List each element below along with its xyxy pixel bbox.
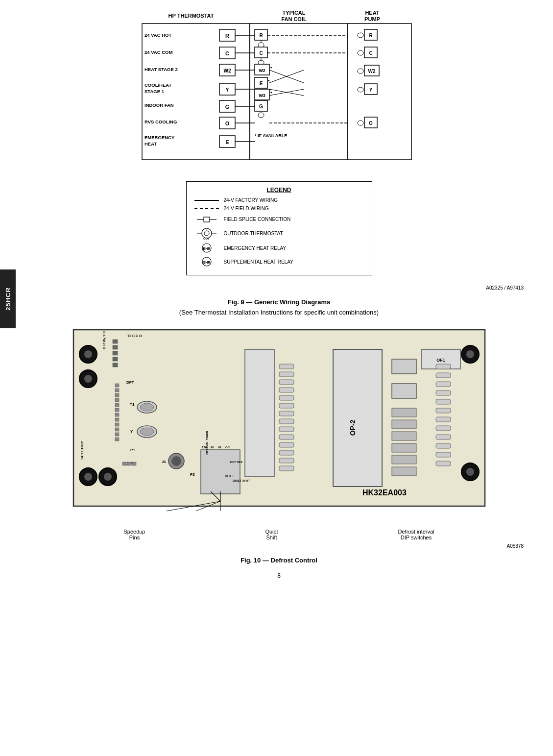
svg-point-67 — [104, 473, 112, 481]
dip-off: Off — [225, 446, 230, 449]
legend-solid-label: 24-V FACTORY WIRING — [224, 197, 278, 203]
legend-dashed-label: 24-V FIELD WIRING — [224, 206, 269, 211]
fig9-caption-sub: (See Thermostat Installation Instruction… — [179, 309, 379, 316]
quiet-shift-label-bottom: Quiet Shift — [265, 529, 278, 540]
svg-rect-2 — [348, 24, 411, 160]
legend-ehr-symbol: EHR — [194, 243, 219, 253]
svg-rect-86 — [115, 438, 119, 441]
legend-dashed-line — [194, 208, 219, 209]
svg-rect-80 — [115, 408, 119, 412]
svg-rect-108 — [436, 364, 451, 369]
defrost-board-svg: O R W₂ Y C T2 C C O DFT T1 Y P1 — [69, 325, 490, 521]
svg-text:ODT: ODT — [203, 237, 210, 240]
reference-text: A02325 / A97413 — [24, 285, 533, 291]
center-w2: W2 — [259, 68, 265, 73]
svg-rect-83 — [115, 423, 119, 426]
center-r: R — [259, 33, 263, 38]
svg-rect-81 — [115, 413, 119, 416]
terminal-r-left: R — [225, 33, 229, 39]
terminal-e-left: E — [225, 139, 229, 145]
svg-rect-49 — [204, 217, 210, 222]
speedup-pins-label: Speedup Pins — [123, 529, 145, 540]
thermostat-svg: ODT — [194, 227, 219, 240]
svg-rect-105 — [279, 450, 294, 455]
svg-rect-77 — [115, 393, 119, 397]
side-tab: 25HCR — [0, 269, 16, 328]
label-cool-heat: COOL/HEAT — [144, 82, 171, 88]
pcb-label-orw2yc: O R W₂ Y C — [102, 331, 106, 349]
model-number: HK32EA003 — [362, 488, 407, 497]
header-hp-thermostat: HP THERMOSTAT — [168, 13, 214, 19]
fig10-caption-bold: Fig. 10 — Defrost Control — [240, 557, 317, 564]
header-pump: PUMP — [364, 16, 380, 22]
svg-rect-69 — [113, 345, 118, 349]
fig10-ref: A05378 — [24, 543, 533, 549]
pcb-t1-label: T1 — [130, 402, 135, 407]
svg-rect-94 — [279, 364, 294, 369]
svg-point-53 — [204, 231, 209, 236]
label-indoor-fan: INDOOR FAN — [144, 102, 174, 108]
legend-thermostat-label: OUTDOOR THERMOSTAT — [224, 231, 283, 236]
label-emergency-heat: EMERGENCY — [144, 135, 175, 140]
bottom-labels-section: Speedup Pins Quiet Shift Defrost interva… — [24, 526, 533, 543]
svg-rect-89 — [392, 432, 416, 440]
fig9-caption-bold: Fig. 9 — Generic Wiring Diagrams — [228, 298, 330, 306]
splice-svg — [197, 214, 216, 224]
label-heat-stage2: HEAT STAGE 2 — [144, 67, 178, 72]
svg-point-66 — [84, 473, 92, 481]
header-heat: HEAT — [365, 10, 379, 16]
svg-text:*: * — [268, 79, 270, 84]
center-e: E — [259, 81, 263, 86]
legend-section: LEGEND 24-V FACTORY WIRING 24-V FIELD WI… — [24, 181, 533, 275]
svg-rect-112 — [436, 399, 451, 404]
svg-rect-122 — [127, 462, 131, 465]
center-g: G — [259, 104, 263, 109]
op2-label: OP-2 — [349, 419, 357, 436]
svg-rect-111 — [436, 390, 451, 395]
op2-rect — [333, 349, 382, 487]
right-r: R — [369, 33, 373, 38]
shift-label: SHIFT — [225, 474, 234, 477]
dip-90: 90 — [211, 446, 214, 449]
svg-rect-102 — [279, 427, 294, 432]
svg-point-52 — [202, 228, 212, 238]
svg-rect-70 — [113, 351, 118, 355]
legend-item-dashed: 24-V FIELD WIRING — [194, 206, 364, 211]
svg-point-73 — [140, 403, 154, 411]
svg-rect-72 — [113, 363, 118, 367]
center-c: C — [259, 50, 263, 56]
svg-rect-106 — [279, 458, 294, 463]
svg-rect-87 — [392, 408, 416, 417]
legend-item-solid: 24-V FACTORY WIRING — [194, 197, 364, 203]
svg-rect-113 — [436, 408, 451, 413]
legend-solid-line — [194, 200, 219, 201]
svg-rect-91 — [392, 455, 416, 464]
of1-label: OF1 — [436, 358, 445, 363]
svg-point-65 — [466, 468, 474, 476]
legend-box: LEGEND 24-V FACTORY WIRING 24-V FIELD WI… — [186, 181, 372, 275]
label-24vac-hot: 24 VAC HOT — [144, 32, 171, 38]
pcb-p3-label: P3 — [190, 472, 195, 477]
right-y: Y — [369, 87, 372, 93]
terminal-g-left: G — [225, 104, 229, 110]
center-components — [245, 349, 274, 477]
right-o: O — [369, 121, 373, 126]
svg-rect-101 — [279, 419, 294, 424]
legend-item-splice: FIELD SPLICE CONNECTION — [194, 214, 364, 224]
svg-rect-95 — [279, 372, 294, 377]
quiet-shift-label: QUIET SHIFT — [233, 479, 251, 482]
wiring-diagram-svg: HP THERMOSTAT TYPICAL FAN COIL HEAT PUMP… — [137, 10, 421, 171]
terminal-w2-left: W2 — [223, 68, 231, 73]
pcb-dft-label: DFT — [126, 380, 134, 385]
svg-rect-78 — [115, 398, 119, 402]
pcb-y-label: Y — [130, 429, 133, 434]
legend-title: LEGEND — [194, 187, 364, 194]
pcb-j1-label: J1 — [162, 460, 166, 464]
svg-text:EHR: EHR — [203, 247, 210, 250]
dft-off-label: DFT OFF — [230, 461, 243, 463]
legend-item-ehr: EHR EMERGENCY HEAT RELAY — [194, 243, 364, 253]
pcb-speedup-label: SPEEDUP — [80, 440, 84, 460]
svg-point-120 — [171, 456, 181, 466]
svg-point-63 — [84, 375, 92, 383]
page-number: 8 — [24, 572, 533, 579]
